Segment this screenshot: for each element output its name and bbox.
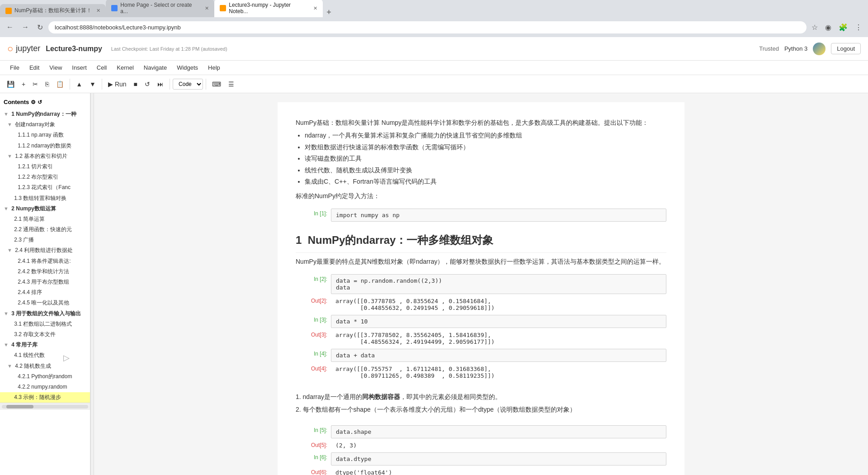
sidebar-item-16[interactable]: 2.4.3 用于布尔型数组: [0, 277, 90, 287]
save-button[interactable]: 💾: [4, 79, 18, 90]
cell-in-label-5: In [5]:: [296, 425, 327, 433]
sidebar-refresh-icon[interactable]: ↺: [38, 99, 42, 105]
jupyter-logo-text: jupyter: [16, 44, 40, 53]
sidebar-settings-icon[interactable]: ⚙: [31, 99, 36, 105]
notebook-title[interactable]: Lecture3-numpy: [46, 45, 102, 53]
sidebar-item-10[interactable]: 2.1 简单运算: [0, 214, 90, 224]
move-down-button[interactable]: ▼: [86, 79, 99, 90]
add-cell-button[interactable]: +: [19, 79, 28, 90]
sidebar-item-27[interactable]: 4.3 示例：随机漫步: [0, 392, 90, 403]
sidebar-item-19[interactable]: ▼ 3 用于数组的文件输入与输出: [0, 309, 90, 319]
tab-bar: NumPy基础：数组和矢量计算！ ✕ Home Page - Select or…: [0, 0, 868, 17]
interrupt-button[interactable]: ■: [131, 79, 141, 90]
menu-file[interactable]: File: [5, 62, 24, 73]
code-box-3[interactable]: data * 10: [331, 315, 666, 328]
toggle-toolbar-button[interactable]: ☰: [225, 79, 237, 90]
menu-navigate[interactable]: Navigate: [139, 62, 171, 73]
new-tab-button[interactable]: +: [323, 8, 335, 17]
code-box-2[interactable]: data = np.random.random((2,3)) data: [331, 274, 666, 294]
menu-widgets[interactable]: Widgets: [172, 62, 203, 73]
paste-button[interactable]: 📋: [53, 79, 67, 90]
sidebar-item-3[interactable]: 1.1.2 ndarray的数据类: [0, 141, 90, 151]
output-box-6: dtype('float64'): [331, 467, 666, 475]
sidebar-item-8[interactable]: 1.3 数组转置和轴对换: [0, 193, 90, 204]
menu-view[interactable]: View: [45, 62, 66, 73]
tab1-close[interactable]: ✕: [96, 8, 100, 14]
keyboard-shortcuts-button[interactable]: ⌨: [209, 79, 224, 90]
menu-edit[interactable]: Edit: [25, 62, 44, 73]
menu-icon[interactable]: ⋮: [853, 21, 864, 33]
cell-row-in-2: In [2]: data = np.random.random((2,3)) d…: [296, 274, 666, 294]
profile-icon[interactable]: ◉: [823, 21, 834, 33]
sidebar-item-7[interactable]: 1.2.3 花式索引（Fanc: [0, 182, 90, 193]
forward-button[interactable]: →: [19, 21, 32, 33]
sidebar-item-13[interactable]: ▼ 2.4 利用数组进行数据处: [0, 245, 90, 256]
sidebar-item-23[interactable]: 4.1 线性代数: [0, 350, 90, 361]
sidebar-item-26[interactable]: 4.2.2 numpy.random: [0, 382, 90, 392]
sidebar-item-15[interactable]: 2.4.2 数学和统计方法: [0, 266, 90, 277]
extensions-icon[interactable]: 🧩: [836, 21, 850, 33]
sidebar-toggle-22: ▼: [4, 342, 9, 347]
sidebar-item-12[interactable]: 2.3 广播: [0, 235, 90, 245]
cell-in-label-6: In [6]:: [296, 452, 327, 461]
sidebar-item-9[interactable]: ▼ 2 Numpy数组运算: [0, 204, 90, 214]
sidebar-item-24[interactable]: ▼ 4.2 随机数生成: [0, 361, 90, 371]
sidebar-header: Contents ⚙ ↺: [0, 97, 90, 109]
cell-out-label-3: Out[3]:: [296, 330, 327, 338]
output-box-4: array([[0.755757 , 1.67112481, 0.3168336…: [331, 364, 666, 381]
sidebar-item-11[interactable]: 2.2 通用函数：快速的元: [0, 224, 90, 235]
cell-row-out-3: Out[3]: array([[3.77878502, 8.35562405, …: [296, 330, 666, 347]
restart-button[interactable]: ↺: [142, 79, 153, 90]
code-box-5[interactable]: data.shape: [331, 425, 666, 438]
cut-button[interactable]: ✂: [29, 79, 41, 90]
sidebar-item-14[interactable]: 2.4.1 将条件逻辑表达:: [0, 256, 90, 266]
reload-button[interactable]: ↻: [34, 21, 46, 33]
run-button[interactable]: ▶ Run: [105, 79, 130, 90]
toolbar-sep1: [70, 79, 70, 90]
code-box-6[interactable]: data.dtype: [331, 452, 666, 466]
menu-insert[interactable]: Insert: [67, 62, 91, 73]
tab-1[interactable]: NumPy基础：数组和矢量计算！ ✕: [0, 4, 106, 17]
menu-help[interactable]: Help: [203, 62, 225, 73]
tab-2[interactable]: Home Page - Select or create a... ✕: [106, 0, 214, 17]
sidebar-item-21[interactable]: 3.2 存取文本文件: [0, 329, 90, 340]
menu-cell[interactable]: Cell: [92, 62, 111, 73]
sidebar-item-1[interactable]: ▼ 创建ndarray对象: [0, 119, 90, 130]
sidebar-resize-handle[interactable]: [90, 93, 94, 475]
restart-run-button[interactable]: ⏭: [154, 79, 167, 90]
sidebar-item-2[interactable]: 1.1.1 np.array 函数: [0, 130, 90, 140]
sidebar-scroll-track[interactable]: [2, 405, 88, 408]
copy-button[interactable]: ⎘: [42, 79, 52, 90]
sidebar-scroll-thumb[interactable]: [6, 405, 33, 408]
code-box-4[interactable]: data + data: [331, 349, 666, 362]
cell-row-in-6: In [6]: data.dtype: [296, 452, 666, 466]
sidebar-item-4[interactable]: ▼ 1.2 基本的索引和切片: [0, 151, 90, 162]
back-button[interactable]: ←: [4, 21, 16, 33]
tab2-close[interactable]: ✕: [205, 5, 209, 11]
sidebar-item-17[interactable]: 2.4.4 排序: [0, 287, 90, 298]
menu-kernel[interactable]: Kernel: [112, 62, 138, 73]
move-up-button[interactable]: ▲: [73, 79, 85, 90]
tab3-close[interactable]: ✕: [313, 5, 317, 11]
tab-3[interactable]: Lecture3-numpy - Jupyter Noteb... ✕: [214, 0, 323, 17]
sidebar-item-5[interactable]: 1.2.1 切片索引: [0, 162, 90, 172]
code-box-1[interactable]: import numpy as np: [331, 209, 666, 222]
sidebar-toggle-1: ▼: [7, 122, 12, 127]
sidebar-item-22[interactable]: ▼ 4 常用子库: [0, 340, 90, 350]
sidebar-item-25[interactable]: 4.2.1 Python的random: [0, 371, 90, 382]
sidebar-expand-handle[interactable]: ▷: [63, 353, 70, 363]
python-icon: [813, 43, 826, 55]
bookmark-icon[interactable]: ☆: [809, 21, 820, 33]
notebook-area[interactable]: NumPy基础：数组和矢量计算 Numpy是高性能科学计算和数学分析的基础包，是…: [94, 93, 868, 475]
cell-type-select[interactable]: Code: [173, 79, 203, 90]
tab1-label: NumPy基础：数组和矢量计算！: [14, 7, 92, 14]
cell-out-label-4: Out[4]:: [296, 364, 327, 372]
url-box[interactable]: localhost:8888/notebooks/Lecture3-numpy.…: [48, 21, 807, 33]
sidebar-scrollbar[interactable]: [0, 403, 90, 410]
sidebar-item-20[interactable]: 3.1 栏数组以二进制格式: [0, 319, 90, 329]
sidebar-item-6[interactable]: 1.2.2 布尔型索引: [0, 172, 90, 182]
logout-button[interactable]: Logout: [831, 43, 861, 54]
sidebar-item-18[interactable]: 2.4.5 唯一化以及其他: [0, 298, 90, 308]
sidebar-toggle-9: ▼: [4, 206, 9, 211]
sidebar-item-0[interactable]: ▼ 1 NumPy的ndarray：一种: [0, 109, 90, 119]
